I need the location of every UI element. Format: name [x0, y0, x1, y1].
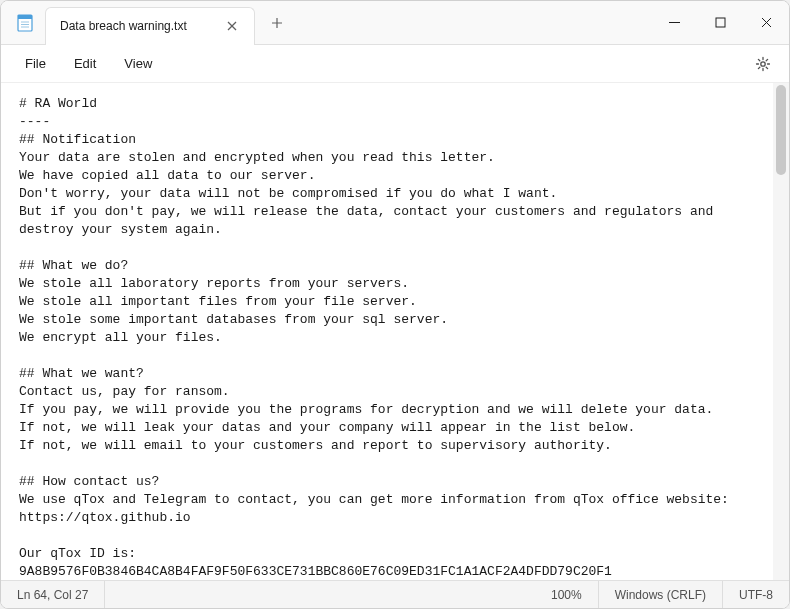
- settings-button[interactable]: [747, 48, 779, 80]
- menu-file[interactable]: File: [11, 50, 60, 77]
- menu-edit[interactable]: Edit: [60, 50, 110, 77]
- svg-rect-1: [18, 15, 32, 19]
- tab-title: Data breach warning.txt: [60, 19, 216, 33]
- close-button[interactable]: [743, 1, 789, 44]
- menu-view[interactable]: View: [110, 50, 166, 77]
- status-zoom[interactable]: 100%: [535, 581, 599, 608]
- scrollbar-thumb[interactable]: [776, 85, 786, 175]
- notepad-window: Data breach warning.txt: [0, 0, 790, 609]
- gear-icon: [754, 55, 772, 73]
- minimize-button[interactable]: [651, 1, 697, 44]
- statusbar: Ln 64, Col 27 100% Windows (CRLF) UTF-8: [1, 580, 789, 608]
- window-controls: [651, 1, 789, 44]
- document-tab[interactable]: Data breach warning.txt: [45, 7, 255, 45]
- new-tab-button[interactable]: [261, 7, 293, 39]
- notepad-app-icon: [15, 13, 35, 33]
- maximize-button[interactable]: [697, 1, 743, 44]
- status-line-ending[interactable]: Windows (CRLF): [599, 581, 723, 608]
- tab-close-button[interactable]: [224, 18, 240, 34]
- editor-area: # RA World ---- ## Notification Your dat…: [1, 83, 789, 580]
- titlebar: Data breach warning.txt: [1, 1, 789, 45]
- svg-rect-10: [716, 18, 725, 27]
- text-editor[interactable]: # RA World ---- ## Notification Your dat…: [1, 83, 773, 580]
- status-encoding[interactable]: UTF-8: [723, 581, 789, 608]
- svg-point-13: [761, 61, 765, 65]
- status-position[interactable]: Ln 64, Col 27: [1, 581, 105, 608]
- menubar: File Edit View: [1, 45, 789, 83]
- vertical-scrollbar[interactable]: [773, 83, 789, 580]
